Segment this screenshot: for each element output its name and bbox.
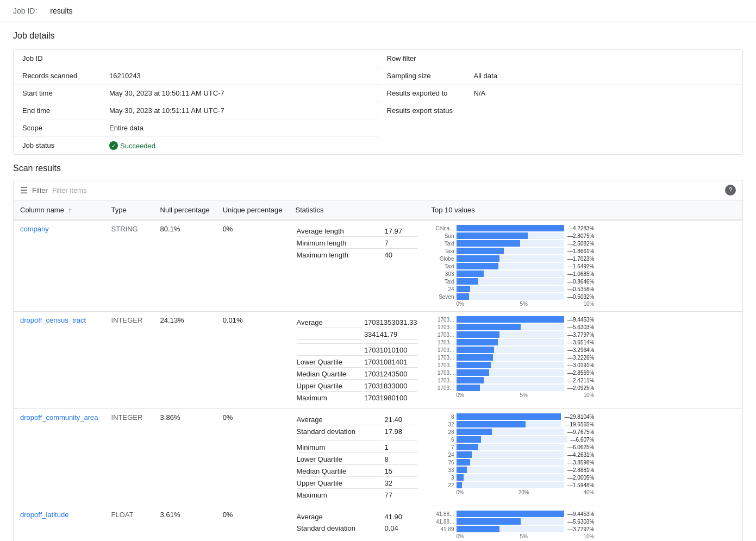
details-row-starttime: Start time May 30, 2023 at 10:50:11 AM U…	[14, 85, 378, 102]
bar-row: 303—1.0685%	[432, 270, 595, 277]
bar-fill	[457, 377, 484, 383]
bar-label: Taxi	[432, 279, 454, 285]
bar-fill	[457, 263, 498, 269]
bar-row: 22—1.5948%	[432, 482, 595, 488]
job-details-grid: Job ID Records scanned 16210243 Start ti…	[13, 49, 743, 155]
bar-label: 32	[432, 422, 454, 427]
bar-fill	[457, 232, 528, 239]
bar-fill	[457, 436, 481, 443]
sort-icon[interactable]: ↑	[68, 206, 72, 214]
top10-cell: 8—29.8104%32—19.6565%28—9.7675%6—6.607%7…	[425, 409, 743, 506]
details-value-resultsexportedto: N/A	[474, 89, 486, 97]
bar-percentage: —4.2631%	[567, 452, 594, 458]
bar-fill	[457, 385, 480, 391]
stat-label: Minimum	[297, 442, 384, 453]
stat-value: 17.98	[385, 426, 417, 437]
bar-row: Taxi—1.6492%	[432, 263, 595, 269]
stat-value: 21.40	[385, 414, 417, 425]
details-row-sampling: Sampling size All data	[378, 67, 743, 85]
stat-label: Minimum length	[297, 238, 384, 249]
bar-label: Globe	[432, 256, 454, 262]
bar-label: 1703...	[432, 347, 454, 353]
stat-value: 334141.79	[364, 329, 417, 340]
statistics-cell: Average21.40Standard deviation17.98Minim…	[289, 409, 425, 506]
bar-row: 8—29.8104%	[432, 413, 595, 420]
help-icon[interactable]: ?	[725, 185, 736, 196]
details-row-exportstatus: Results export status	[378, 102, 743, 119]
stat-value: 17031833000	[364, 381, 417, 392]
column-name-link[interactable]: company	[20, 225, 49, 233]
column-type: STRING	[105, 220, 154, 312]
bar-fill	[457, 339, 498, 345]
column-name-link[interactable]: dropoff_census_tract	[20, 316, 86, 324]
bar-fill	[457, 511, 565, 517]
bar-fill	[457, 331, 499, 338]
bar-label: 1703...	[432, 370, 454, 376]
bar-container	[457, 369, 565, 376]
th-top10: Top 10 values	[425, 200, 743, 221]
bar-label: Taxi	[432, 241, 454, 247]
bar-container	[457, 354, 565, 361]
bar-percentage: —3.8598%	[567, 460, 594, 465]
bar-row: 24—0.5358%	[432, 286, 595, 292]
null-percentage: 24.13%	[154, 312, 216, 409]
bar-label: 8	[432, 414, 454, 420]
bar-percentage: —0.5358%	[567, 286, 594, 292]
bar-container	[457, 377, 565, 383]
bar-axis: 0%5%10%	[432, 301, 595, 307]
bar-container	[457, 436, 567, 443]
column-name-link[interactable]: dropoff_latitude	[20, 511, 68, 519]
details-label-endtime: End time	[22, 106, 109, 115]
bar-row: Sun—2.8075%	[432, 232, 595, 239]
bar-fill	[457, 347, 494, 353]
bar-row: Globe—1.7023%	[432, 255, 595, 262]
column-name-link[interactable]: dropoff_community_area	[20, 413, 98, 422]
bar-fill	[457, 518, 521, 525]
bar-container	[457, 451, 565, 458]
bar-percentage: —2.8075%	[567, 233, 594, 239]
details-value-scope: Entire data	[109, 124, 143, 132]
bar-label: 1703...	[432, 332, 454, 338]
details-label-resultsexportedto: Results exported to	[387, 89, 474, 97]
bar-fill	[457, 278, 479, 285]
bar-row: 33—2.8881%	[432, 467, 595, 473]
bar-percentage: —29.8104%	[564, 414, 594, 420]
stat-value	[364, 341, 417, 344]
axis-min: 0%	[457, 301, 464, 307]
bar-label: Seven	[432, 294, 454, 300]
bar-percentage: —2.8569%	[567, 370, 594, 376]
bar-percentage: —0.8646%	[567, 279, 594, 285]
bar-row: 3—2.0005%	[432, 474, 595, 481]
bar-axis: 0%5%10%	[432, 392, 595, 398]
null-percentage: 3.86%	[154, 409, 216, 506]
stat-label: Lower Quartile	[297, 357, 363, 368]
bar-row: 24—4.2631%	[432, 451, 595, 458]
bar-container	[457, 467, 565, 473]
details-label-sampling: Sampling size	[387, 72, 474, 80]
th-unique-pct: Unique percentage	[216, 200, 289, 221]
bar-chart: Chica...—4.2283%Sun—2.8075%Taxi—2.5082%T…	[432, 225, 595, 307]
stat-value: 1	[385, 442, 417, 453]
th-column-name: Column name ↑	[14, 200, 105, 221]
stat-label: Average length	[297, 226, 384, 237]
bar-percentage: —19.6565%	[564, 422, 594, 427]
bar-container	[457, 362, 565, 368]
bar-fill	[457, 225, 565, 231]
stat-label: Average	[297, 414, 384, 425]
stat-label	[297, 329, 363, 340]
axis-max: 10%	[583, 301, 594, 307]
bar-fill	[457, 474, 464, 481]
bar-row: 76—3.8598%	[432, 459, 595, 465]
bar-row: 1703...—9.4453%	[432, 316, 595, 323]
bar-container	[457, 339, 565, 345]
job-details-section: Job details Job ID Records scanned 16210…	[0, 22, 756, 163]
stat-value: 41.90	[385, 512, 417, 522]
bar-label: 7	[432, 444, 454, 450]
bar-percentage: —3.7797%	[567, 526, 594, 532]
bar-fill	[457, 255, 500, 262]
bar-percentage: —0.5032%	[567, 294, 594, 300]
bar-fill	[457, 293, 470, 300]
filter-bar: ☰ Filter Filter items ?	[13, 180, 743, 200]
bar-label: 41.89	[432, 526, 454, 532]
bar-row: Seven—0.5032%	[432, 293, 595, 300]
